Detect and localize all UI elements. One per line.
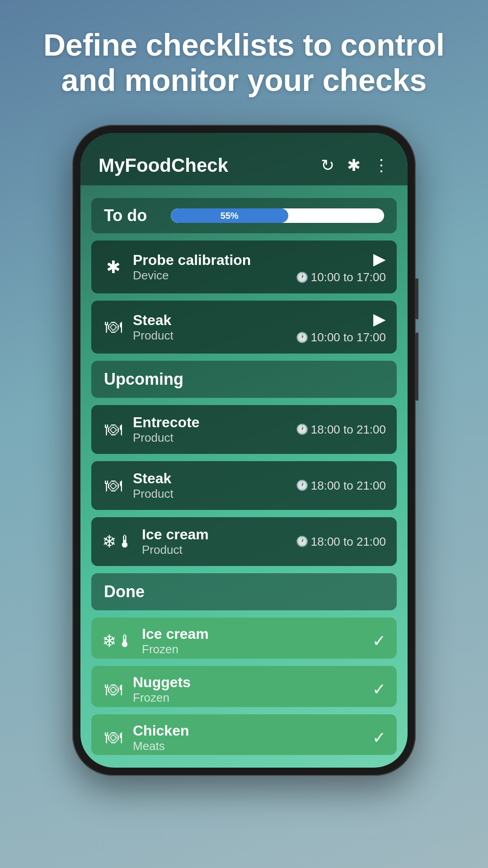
clock-icon-steak: 🕐 [296,332,308,344]
play-icon-steak[interactable]: ▶ [373,310,386,329]
check-icon-icecream: ✓ [372,632,386,651]
upcoming-item-steak[interactable]: 🍽 Steak Product 🕐 18:00 to 21:00 [91,461,397,510]
done-nuggets-type: Frozen [133,691,364,705]
play-icon-probe[interactable]: ▶ [373,250,386,269]
todo-section-header: To do 55% [91,198,397,233]
done-icecream-name: Ice cream [142,626,364,642]
hero-title: Define checklists to control and monitor… [0,27,488,98]
upcoming-icecream-name: Ice cream [142,526,288,543]
done-section-header: Done [91,573,397,610]
progress-bar-bg: 55% [171,208,384,223]
upcoming-steak-type: Product [133,487,288,501]
food-icon-steak-todo: 🍽 [102,317,125,337]
clock-icon-steak-upcoming: 🕐 [296,480,308,491]
bluetooth-icon[interactable]: ✱ [347,156,361,175]
done-item-icecream[interactable]: ❄🌡 Ice cream Frozen ✓ 12/21/22, 4:00 PM … [91,618,397,659]
todo-item-probe-time: 🕐 10:00 to 17:00 [296,270,386,284]
upcoming-item-icecream[interactable]: ❄🌡 Ice cream Product 🕐 18:00 to 21:00 [91,517,397,566]
food-icon-done-chicken: 🍽 [102,728,125,747]
done-chicken-type: Meats [133,739,364,753]
done-item-chicken[interactable]: 🍽 Chicken Meats ✓ 12/21/22, 4:00 PM 144.… [91,714,397,755]
food-icon-entrecote: 🍽 [102,420,125,439]
done-chicken-name: Chicken [133,722,364,739]
refresh-icon[interactable]: ↻ [321,156,334,175]
upcoming-entrecote-type: Product [133,431,288,445]
clock-icon-entrecote: 🕐 [296,424,308,435]
todo-item-steak-name: Steak [133,312,288,329]
clock-icon-probe: 🕐 [296,272,308,283]
phone-frame: MyFoodCheck ↻ ✱ ⋮ To do 55% [72,125,416,776]
clock-icon-icecream: 🕐 [296,536,308,547]
more-icon[interactable]: ⋮ [373,156,389,175]
check-icon-nuggets: ✓ [372,680,386,699]
snowflake-icon-icecream-upcoming: ❄🌡 [102,532,134,552]
todo-item-steak-type: Product [133,329,288,343]
upcoming-steak-name: Steak [133,470,288,487]
progress-bar-fill: 55% [171,208,288,223]
upcoming-entrecote-time: 🕐 18:00 to 21:00 [296,423,386,437]
top-bar: MyFoodCheck ↻ ✱ ⋮ [80,133,408,185]
app-title: MyFoodCheck [99,155,228,176]
snowflake-icon-done-icecream: ❄🌡 [102,631,134,651]
upcoming-section-header: Upcoming [91,361,397,398]
bluetooth-item-icon: ✱ [102,257,125,277]
done-item-nuggets[interactable]: 🍽 Nuggets Frozen ✓ 12/21/22, 4:00 PM 358… [91,666,397,707]
todo-item-steak-time: 🕐 10:00 to 17:00 [296,330,386,344]
upcoming-item-entrecote[interactable]: 🍽 Entrecote Product 🕐 18:00 to 21:00 [91,405,397,454]
scroll-area: To do 55% ✱ Probe calibration Device [80,185,408,768]
done-icecream-type: Frozen [142,642,364,656]
upcoming-icecream-type: Product [142,543,288,557]
upcoming-icecream-time: 🕐 18:00 to 21:00 [296,535,386,549]
food-icon-done-nuggets: 🍽 [102,680,125,699]
food-icon-steak-upcoming: 🍽 [102,476,125,495]
todo-item-probe-name: Probe calibration [133,252,288,269]
done-nuggets-name: Nuggets [133,674,364,691]
todo-item-probe-type: Device [133,269,288,283]
todo-item-steak[interactable]: 🍽 Steak Product ▶ 🕐 10:00 to 17:00 [91,301,397,354]
check-icon-chicken: ✓ [372,728,386,747]
todo-item-probe[interactable]: ✱ Probe calibration Device ▶ 🕐 10:00 to … [91,241,397,293]
upcoming-entrecote-name: Entrecote [133,414,288,431]
todo-label: To do [104,206,158,225]
upcoming-steak-time: 🕐 18:00 to 21:00 [296,479,386,493]
